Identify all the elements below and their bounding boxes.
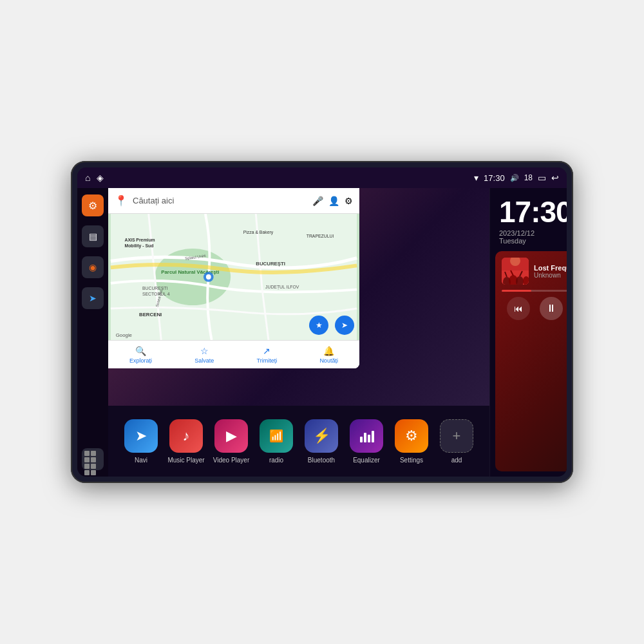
navigate-button[interactable]: ➤: [335, 316, 354, 335]
map-background: 📍 Căutați aici 🎤 👤 ⚙: [108, 188, 489, 406]
back-icon[interactable]: ↩: [551, 173, 559, 183]
music-details: Lost Frequencies_Janie... Unknown: [534, 264, 567, 279]
pause-button[interactable]: ⏸: [540, 297, 563, 320]
navi-label: Navi: [135, 457, 147, 464]
clock-section: 17:30 2023/12/12 Tuesday: [490, 188, 567, 251]
equalizer-icon: [350, 419, 383, 453]
explore-icon: 🔍: [135, 346, 146, 356]
sidebar-settings-button[interactable]: ⚙: [82, 194, 104, 216]
maps-tab-saved[interactable]: ☆ Salvate: [194, 346, 214, 364]
maps-tab-news[interactable]: 🔔 Noutăți: [319, 346, 338, 364]
video-player-label: Video Player: [213, 457, 250, 464]
equalizer-label: Equalizer: [353, 457, 380, 464]
music-artist: Unknown: [534, 272, 567, 279]
grid-dot: [91, 451, 96, 456]
sidebar-grid-button[interactable]: [82, 448, 104, 470]
app-drawer: ➤ Navi ♪ Music Player ▶ Vid: [108, 406, 489, 477]
music-progress-fill: [502, 290, 531, 292]
maps-account-icon[interactable]: 👤: [328, 196, 339, 206]
grid-dot: [91, 470, 96, 475]
maps-map-area[interactable]: AXIS Premium Mobility - Sud Parcul Natur…: [108, 214, 359, 340]
svg-text:BUCUREȘTI: BUCUREȘTI: [256, 261, 285, 267]
status-left-icons: ⌂ ◈: [85, 173, 104, 183]
home-icon[interactable]: ⌂: [85, 173, 90, 183]
svg-point-16: [206, 274, 211, 279]
clock-time: 17:30: [499, 197, 567, 227]
album-art: [502, 258, 529, 285]
pause-icon: ⏸: [546, 303, 556, 314]
maps-search-bar: 📍 Căutați aici 🎤 👤 ⚙: [108, 188, 359, 214]
bluetooth-icon: ⚡: [305, 419, 338, 453]
svg-text:Mobility - Sud: Mobility - Sud: [124, 243, 153, 249]
clock-date: 2023/12/12 Tuesday: [499, 229, 567, 245]
maps-bottom-bar: 🔍 Explorați ☆ Salvate ↗ Trimiteți: [108, 340, 359, 368]
svg-rect-19: [368, 435, 370, 442]
app-radio[interactable]: 📶 radio: [254, 419, 299, 464]
svg-text:BUCUREȘTI: BUCUREȘTI: [142, 286, 168, 291]
svg-text:Google: Google: [116, 332, 132, 338]
app-navi[interactable]: ➤ Navi: [118, 419, 164, 464]
music-title: Lost Frequencies_Janie...: [534, 264, 567, 272]
sidebar-location-button[interactable]: ◉: [82, 256, 104, 278]
app-settings[interactable]: ⚙ Settings: [389, 419, 434, 464]
maps-tab-share[interactable]: ↗ Trimiteți: [257, 346, 278, 364]
grid-dot: [84, 451, 90, 456]
settings-icon: ⚙: [395, 419, 428, 453]
maps-tab-explore[interactable]: 🔍 Explorați: [129, 346, 152, 364]
saved-label: Salvate: [194, 357, 214, 364]
wifi-icon: ▾: [474, 173, 478, 183]
radio-label: radio: [269, 457, 283, 464]
files-icon: ▤: [89, 231, 97, 242]
app-add[interactable]: + add: [434, 419, 479, 464]
settings-icon: ⚙: [88, 200, 97, 212]
battery-number: 18: [524, 173, 533, 182]
svg-text:TRAPEZULUI: TRAPEZULUI: [307, 234, 334, 238]
navi-icon: ➤: [124, 419, 158, 453]
share-label: Trimiteți: [257, 357, 278, 364]
svg-text:AXIS Premium: AXIS Premium: [124, 238, 155, 242]
maps-search-input[interactable]: Căutați aici: [133, 196, 307, 205]
app-equalizer[interactable]: Equalizer: [344, 419, 389, 464]
status-right-icons: ▾ 17:30 🔊 18 ▭ ↩: [474, 173, 559, 183]
right-panel: 17:30 2023/12/12 Tuesday: [489, 188, 567, 477]
music-player-label: Music Player: [167, 457, 204, 464]
location-icon: ◉: [89, 262, 97, 272]
music-controls: ⏮ ⏸ ⏭: [502, 297, 567, 320]
app-bluetooth[interactable]: ⚡ Bluetooth: [299, 419, 344, 464]
svg-text:BERCENI: BERCENI: [139, 312, 162, 317]
battery-icon: ▭: [538, 173, 546, 183]
main-area: ⚙ ▤ ◉ ➤: [77, 188, 567, 477]
maps-settings-icon[interactable]: ⚙: [345, 196, 353, 206]
explore-label: Explorați: [129, 357, 152, 364]
app-music-player[interactable]: ♪ Music Player: [164, 419, 209, 464]
grid-dot: [84, 457, 90, 462]
prev-icon: ⏮: [514, 303, 523, 314]
svg-text:SECTORUL 4: SECTORUL 4: [142, 292, 170, 296]
maps-mic-icon[interactable]: 🎤: [312, 196, 323, 206]
arrow-icon: ➤: [89, 293, 97, 303]
video-player-icon: ▶: [214, 419, 248, 453]
maps-panel: 📍 Căutați aici 🎤 👤 ⚙: [108, 188, 359, 368]
sidebar-files-button[interactable]: ▤: [82, 225, 104, 247]
music-progress-bar: [502, 290, 567, 292]
device-screen: ⌂ ◈ ▾ 17:30 🔊 18 ▭ ↩ ⚙ ▤: [77, 167, 567, 477]
map-container: 📍 Căutați aici 🎤 👤 ⚙: [108, 188, 489, 406]
add-icon: +: [440, 419, 473, 453]
music-player-icon: ♪: [169, 419, 203, 453]
svg-rect-17: [360, 437, 363, 442]
star-button[interactable]: ★: [309, 316, 328, 335]
news-icon: 🔔: [323, 346, 334, 356]
music-section: Lost Frequencies_Janie... Unknown ⏮ ⏸: [495, 251, 567, 471]
grid-dot: [91, 464, 96, 469]
app-video-player[interactable]: ▶ Video Player: [209, 419, 254, 464]
prev-button[interactable]: ⏮: [507, 297, 530, 320]
sidebar-nav-button[interactable]: ➤: [82, 287, 104, 309]
status-time: 17:30: [484, 173, 505, 183]
svg-text:JUDEȚUL ILFOV: JUDEȚUL ILFOV: [265, 285, 299, 290]
radio-icon: 📶: [260, 419, 293, 453]
nav-icon[interactable]: ◈: [97, 173, 104, 183]
svg-text:Pizza & Bakery: Pizza & Bakery: [243, 230, 274, 235]
bluetooth-label: Bluetooth: [308, 457, 335, 464]
device: ⌂ ◈ ▾ 17:30 🔊 18 ▭ ↩ ⚙ ▤: [71, 161, 573, 483]
sidebar: ⚙ ▤ ◉ ➤: [77, 188, 108, 477]
